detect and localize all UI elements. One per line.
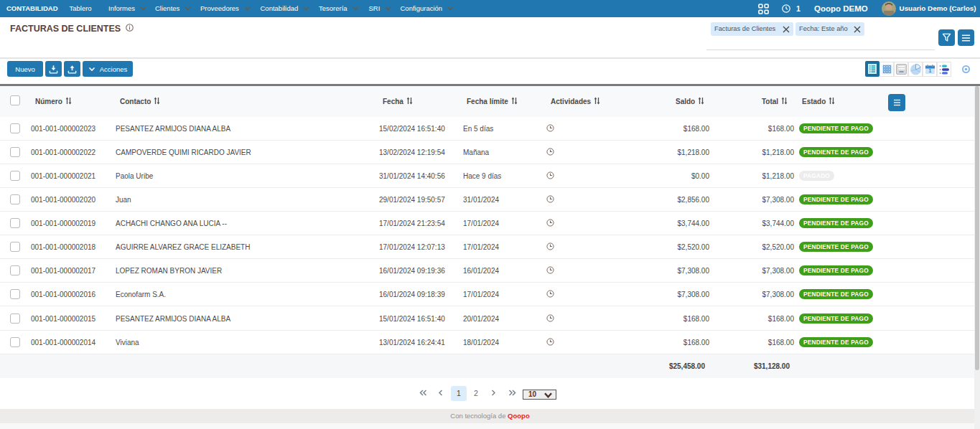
svg-text:1: 1 xyxy=(928,68,931,73)
